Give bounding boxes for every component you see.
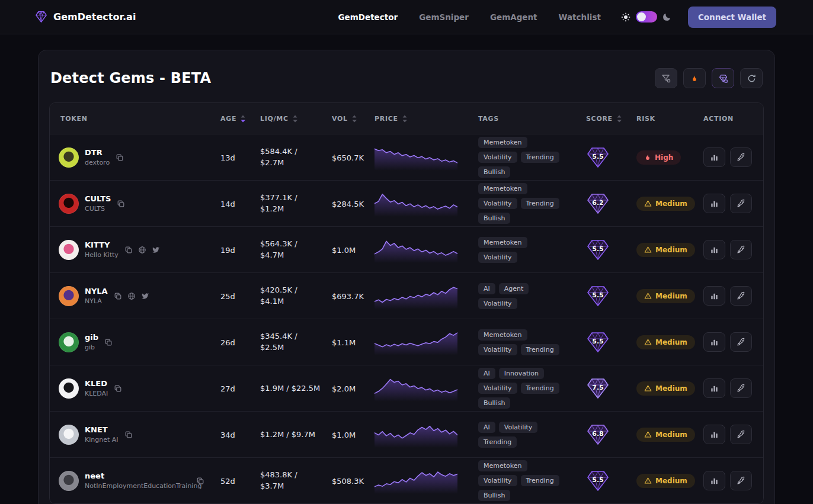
boost-action-button[interactable] (730, 378, 752, 398)
copy-icon[interactable] (124, 246, 133, 254)
rocket-icon (737, 476, 745, 485)
chart-action-button[interactable] (703, 240, 725, 259)
column-header-price[interactable]: PRICE (364, 115, 468, 123)
chart-action-button[interactable] (703, 425, 725, 444)
nav-link-gemsniper[interactable]: GemSniper (419, 12, 469, 22)
rocket-icon (737, 338, 745, 346)
liq-mc-value: $1.9M / $22.5M (260, 383, 320, 394)
tag-badge: Bullish (478, 397, 510, 409)
column-header-score[interactable]: SCORE (575, 115, 626, 123)
token-name: gib (85, 344, 98, 351)
chart-action-button[interactable] (703, 286, 725, 306)
volume-value: $1.0M (332, 431, 356, 439)
sort-icon (293, 115, 297, 123)
gems-button[interactable] (712, 68, 734, 88)
brand[interactable]: GemDetector.ai (34, 10, 136, 24)
rocket-icon (737, 291, 745, 300)
boost-action-button[interactable] (730, 194, 752, 213)
tag-badge: Bullish (478, 213, 510, 224)
chart-action-button[interactable] (703, 147, 725, 167)
nav-link-gemagent[interactable]: GemAgent (490, 12, 537, 22)
liq-mc-value: $483.8K / $3.7M (260, 470, 321, 492)
volume-value: $1.1M (332, 338, 356, 347)
theme-toggle[interactable] (636, 11, 657, 23)
toggle-knob (637, 12, 646, 21)
score-value: 5.5 (592, 476, 604, 483)
chart-action-button[interactable] (703, 471, 725, 490)
token-symbol: KNET (85, 425, 119, 434)
liq-mc-value: $584.4K / $2.7M (260, 146, 321, 169)
boost-action-button[interactable] (730, 471, 752, 490)
gem-icon (718, 73, 728, 84)
action-cell (693, 194, 763, 213)
tag-badge: Trending (521, 475, 559, 486)
copy-icon[interactable] (124, 431, 133, 439)
column-header-tags: TAGS (468, 115, 575, 123)
connect-wallet-button[interactable]: Connect Wallet (688, 7, 776, 28)
refresh-button[interactable] (740, 68, 763, 88)
boost-action-button[interactable] (730, 240, 752, 259)
price-chart-cell (364, 466, 468, 496)
copy-icon[interactable] (114, 384, 122, 393)
copy-icon[interactable] (196, 477, 204, 485)
token-cell: neetNotInEmploymentEducationTraining (50, 471, 210, 491)
score-gem: 6.2 (586, 192, 610, 215)
risk-label: Medium (655, 477, 687, 485)
boost-action-button[interactable] (730, 286, 752, 306)
copy-icon[interactable] (104, 338, 113, 346)
token-age: 14d (220, 200, 235, 208)
token-cell: KLEDKLEDAI (50, 378, 210, 399)
tag-badge: Trending (521, 344, 559, 355)
table-row: KNETKingnet AI34d$1.2M / $9.7M$1.0MAIVol… (50, 411, 763, 457)
price-sparkline (375, 327, 457, 355)
token-name: NotInEmploymentEducationTraining (85, 482, 190, 490)
token-cell: KNETKingnet AI (50, 425, 210, 445)
boost-action-button[interactable] (730, 147, 752, 167)
tag-badge: Volatility (499, 422, 538, 433)
gems-table: TOKENAGELIQ/MCVOLPRICETAGSSCORERISKACTIO… (49, 102, 764, 504)
copy-icon[interactable] (114, 292, 122, 300)
token-age: 52d (220, 477, 235, 486)
column-header-liq-mc[interactable]: LIQ/MC (249, 115, 321, 123)
liq-mc-value: $1.2M / $9.7M (260, 429, 315, 441)
rocket-icon (737, 153, 745, 162)
risk-badge: Medium (636, 474, 695, 488)
twitter-icon[interactable] (141, 292, 149, 300)
chart-action-button[interactable] (703, 378, 725, 398)
bar-chart-icon (710, 338, 719, 346)
tags-cell: MemetokenVolatilityTrending (468, 329, 575, 355)
filter-button[interactable] (655, 68, 677, 88)
nav-links: GemDetectorGemSniperGemAgentWatchlist (338, 12, 600, 22)
nav-link-gemdetector[interactable]: GemDetector (338, 12, 398, 22)
twitter-icon[interactable] (152, 246, 160, 254)
liq-mc-value: $564.3K / $4.7M (260, 239, 321, 261)
token-symbol: KLED (85, 379, 108, 388)
website-icon[interactable] (127, 292, 136, 300)
chart-action-button[interactable] (703, 194, 725, 213)
copy-icon[interactable] (117, 200, 125, 208)
boost-action-button[interactable] (730, 332, 752, 352)
boost-action-button[interactable] (730, 425, 752, 444)
price-chart-cell (364, 373, 468, 404)
website-icon[interactable] (138, 246, 146, 254)
price-sparkline (375, 188, 457, 217)
tags-cell: AIInnovationVolatilityTrendingBullish (468, 368, 575, 409)
score-gem: 7.5 (586, 377, 610, 400)
chart-action-button[interactable] (703, 332, 725, 352)
column-header-vol[interactable]: VOL (321, 115, 364, 123)
score-value: 6.8 (592, 429, 604, 437)
warning-icon (644, 384, 652, 392)
risk-label: Medium (655, 384, 687, 393)
risk-label: Medium (655, 431, 687, 439)
tag-badge: Volatility (478, 198, 517, 209)
token-cell: CULTSCULTS (50, 194, 210, 214)
score-value: 7.5 (592, 383, 604, 391)
tag-badge: Innovation (499, 368, 544, 379)
column-header-action: ACTION (693, 115, 763, 123)
token-age: 25d (220, 292, 235, 301)
hot-button[interactable] (683, 68, 706, 88)
copy-icon[interactable] (116, 153, 124, 162)
column-header-age[interactable]: AGE (210, 115, 249, 123)
nav-link-watchlist[interactable]: Watchlist (559, 12, 601, 22)
bar-chart-icon (710, 199, 719, 208)
